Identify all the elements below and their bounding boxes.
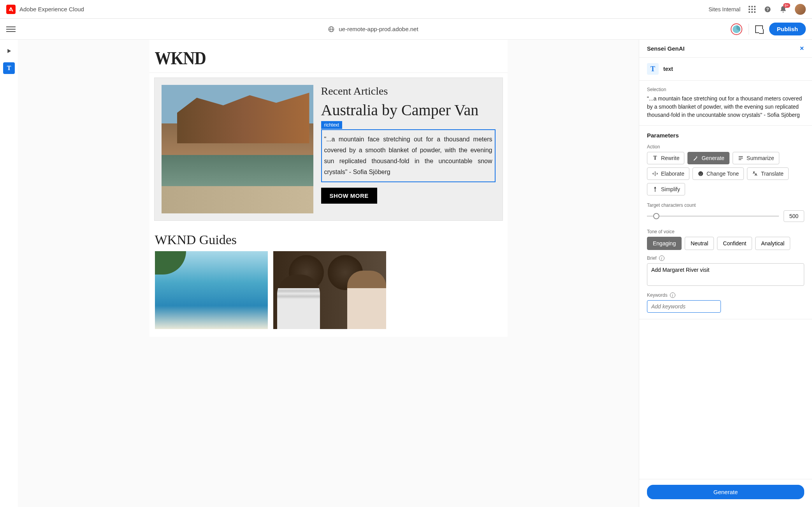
target-chars-value[interactable]: 500	[784, 210, 804, 222]
help-icon: ?	[764, 5, 772, 13]
menu-toggle[interactable]	[6, 25, 16, 34]
tone-neutral[interactable]: Neutral	[685, 237, 714, 250]
cloud-status-indicator[interactable]	[731, 23, 742, 35]
apps-grid-icon	[749, 6, 756, 13]
help-button[interactable]: ?	[764, 5, 772, 13]
text-tool-button[interactable]: T	[3, 62, 15, 74]
keywords-input[interactable]	[647, 300, 721, 313]
site-header: WKND	[149, 40, 508, 73]
sites-internal-link[interactable]: Sites Internal	[708, 6, 740, 12]
show-more-button[interactable]: SHOW MORE	[321, 188, 377, 204]
preview-mode-button[interactable]	[3, 45, 15, 57]
tone-label: Tone of voice	[647, 229, 804, 234]
elaborate-icon	[652, 171, 658, 177]
svg-point-8	[655, 191, 655, 192]
rewrite-icon: T	[652, 155, 658, 161]
user-avatar[interactable]	[795, 4, 806, 15]
text-component-icon: T	[647, 63, 659, 75]
page-canvas[interactable]: WKND Recent Articles Australia by Camper…	[18, 40, 639, 507]
panel-close-button[interactable]	[800, 46, 804, 52]
open-preview-button[interactable]	[755, 25, 763, 33]
editor-url-bar: ue-remote-app-prod.adobe.net Publish	[0, 19, 812, 40]
target-chars-label: Target characters count	[647, 202, 804, 208]
parameters-heading: Parameters	[647, 132, 804, 139]
left-tool-rail: T	[0, 40, 18, 507]
brief-info-icon[interactable]: i	[659, 255, 664, 261]
selection-preview: "...a mountain face stretching out for a…	[647, 95, 804, 119]
globe-icon	[328, 26, 335, 33]
recent-articles-heading: Recent Articles	[321, 85, 496, 97]
action-rewrite[interactable]: T Rewrite	[647, 152, 684, 164]
action-change-tone[interactable]: Change Tone	[692, 167, 744, 180]
article-hero-image[interactable]	[162, 85, 313, 213]
action-label: Action	[647, 144, 804, 150]
action-translate[interactable]: Translate	[747, 167, 789, 180]
wknd-logo[interactable]: WKND	[155, 48, 206, 69]
adobe-logo[interactable]	[6, 5, 16, 14]
keywords-label: Keywords	[647, 292, 668, 298]
preview-icon	[755, 25, 763, 33]
selection-label: Selection	[647, 87, 804, 92]
guides-row	[149, 251, 508, 337]
tone-confident[interactable]: Confident	[717, 237, 752, 250]
guide-card-brewery[interactable]	[273, 251, 386, 329]
svg-text:?: ?	[766, 7, 769, 12]
page-url-display[interactable]: ue-remote-app-prod.adobe.net	[16, 26, 731, 33]
slider-thumb[interactable]	[653, 213, 659, 219]
genai-panel: Sensei GenAI T text Selection "...a moun…	[639, 40, 812, 507]
tone-engaging[interactable]: Engaging	[647, 237, 682, 250]
adobe-a-icon	[8, 7, 14, 12]
tone-analytical[interactable]: Analytical	[755, 237, 790, 250]
target-chars-slider[interactable]	[647, 216, 779, 217]
close-icon	[800, 46, 804, 51]
svg-point-7	[701, 173, 702, 174]
summarize-icon	[738, 155, 744, 161]
recent-articles-block: Recent Articles Australia by Camper Van …	[154, 77, 503, 221]
divider	[749, 24, 749, 35]
wknd-guides-heading: WKND Guides	[149, 225, 508, 251]
app-switcher[interactable]	[748, 5, 756, 13]
tone-icon	[698, 171, 704, 177]
text-t-icon: T	[7, 65, 11, 72]
article-headline[interactable]: Australia by Camper Van	[321, 101, 496, 119]
component-indicator: T text	[639, 58, 812, 81]
brief-label: Brief	[647, 255, 657, 261]
selected-richtext[interactable]: "...a mountain face stretching out for a…	[321, 129, 496, 182]
play-icon	[5, 48, 12, 55]
translate-icon	[752, 171, 758, 177]
svg-point-5	[698, 171, 703, 176]
action-elaborate[interactable]: Elaborate	[647, 167, 689, 180]
richtext-badge: richtext	[321, 121, 343, 129]
notifications-button[interactable]: 9+	[779, 5, 787, 13]
brief-textarea[interactable]	[647, 263, 804, 286]
action-simplify[interactable]: Simplify	[647, 183, 685, 195]
action-summarize[interactable]: Summarize	[733, 152, 779, 164]
panel-title: Sensei GenAI	[647, 45, 685, 52]
global-header: Adobe Experience Cloud Sites Internal ? …	[0, 0, 812, 19]
notification-badge: 9+	[783, 3, 790, 8]
action-generate[interactable]: Generate	[687, 152, 729, 164]
publish-button[interactable]: Publish	[769, 23, 806, 35]
brand-title: Adobe Experience Cloud	[19, 6, 84, 12]
tone-group: Engaging Neutral Confident Analytical	[647, 237, 804, 250]
page-host: ue-remote-app-prod.adobe.net	[339, 26, 418, 32]
keywords-info-icon[interactable]: i	[670, 292, 675, 298]
action-group: T Rewrite Generate Summarize Elaborate	[647, 152, 804, 195]
wand-icon	[692, 155, 699, 161]
guide-card-surfing[interactable]	[155, 251, 268, 329]
svg-point-6	[700, 173, 700, 174]
component-type-label: text	[663, 66, 673, 72]
generate-button[interactable]: Generate	[647, 485, 804, 499]
simplify-icon	[652, 186, 658, 192]
